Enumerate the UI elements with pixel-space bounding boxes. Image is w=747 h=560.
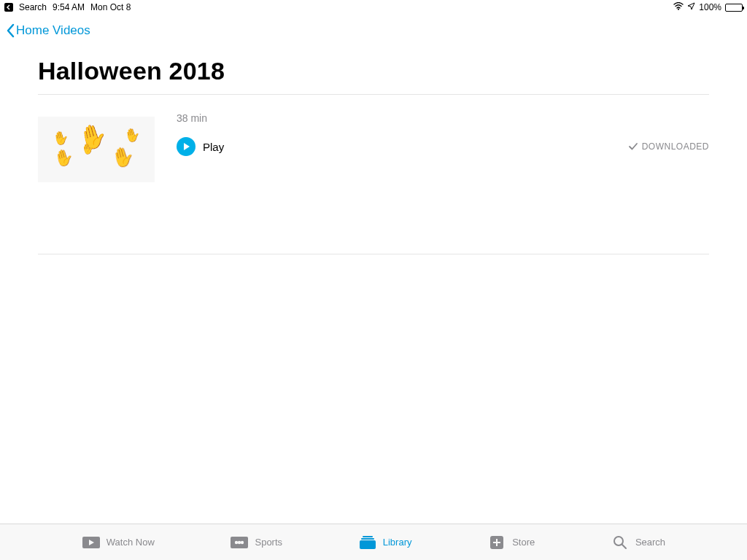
tab-label: Store (512, 537, 535, 548)
location-icon (687, 2, 695, 12)
tab-label: Watch Now (107, 537, 155, 548)
svg-rect-11 (493, 542, 500, 543)
battery-percentage: 100% (699, 2, 721, 12)
svg-line-13 (622, 545, 626, 548)
search-icon (611, 535, 630, 550)
status-time: 9:54 AM (53, 2, 85, 12)
tab-store[interactable]: Store (487, 535, 535, 550)
navigation-bar: Home Videos (0, 15, 747, 47)
svg-point-12 (614, 537, 623, 545)
chevron-left-icon (6, 23, 15, 38)
store-icon (487, 535, 506, 550)
svg-rect-8 (360, 540, 376, 549)
downloaded-badge: DOWNLOADED (628, 141, 709, 152)
video-thumbnail[interactable]: ✋ ✋ ✋ ✋ ✋ ✋ (38, 117, 155, 182)
svg-point-4 (238, 540, 241, 543)
divider (38, 254, 709, 254)
battery-icon (725, 4, 743, 12)
svg-rect-6 (363, 536, 373, 537)
play-button[interactable]: Play (177, 137, 224, 156)
back-button[interactable]: Home Videos (6, 23, 90, 38)
downloaded-label: DOWNLOADED (642, 141, 709, 152)
play-label: Play (203, 141, 224, 153)
svg-point-0 (678, 9, 679, 10)
tab-sports[interactable]: Sports (230, 535, 282, 550)
tab-label: Sports (255, 537, 282, 548)
checkmark-icon (628, 142, 638, 151)
library-icon (358, 535, 377, 550)
video-duration: 38 min (177, 112, 709, 124)
tab-library[interactable]: Library (358, 535, 412, 550)
tab-bar: Watch Now Sports Library Store Search (0, 524, 747, 560)
tab-watch-now[interactable]: Watch Now (82, 535, 155, 550)
video-row: ✋ ✋ ✋ ✋ ✋ ✋ 38 min Play DOWNLOADED (38, 95, 709, 204)
play-icon (177, 137, 196, 156)
tab-search[interactable]: Search (611, 535, 665, 550)
tab-label: Search (635, 537, 665, 548)
tab-label: Library (383, 537, 412, 548)
page-title: Halloween 2018 (38, 57, 709, 85)
status-date: Mon Oct 8 (90, 2, 131, 12)
back-label: Home Videos (16, 23, 90, 38)
breadcrumb-label[interactable]: Search (19, 2, 47, 12)
sports-icon (230, 535, 249, 550)
status-bar: Search 9:54 AM Mon Oct 8 100% (0, 0, 747, 15)
svg-point-5 (241, 540, 244, 543)
wifi-icon (673, 2, 684, 12)
svg-rect-7 (361, 538, 374, 540)
breadcrumb-back-icon[interactable] (4, 3, 13, 12)
watch-now-icon (82, 535, 101, 550)
content-area: Halloween 2018 ✋ ✋ ✋ ✋ ✋ ✋ 38 min Play D… (0, 57, 747, 254)
svg-point-3 (235, 540, 238, 543)
